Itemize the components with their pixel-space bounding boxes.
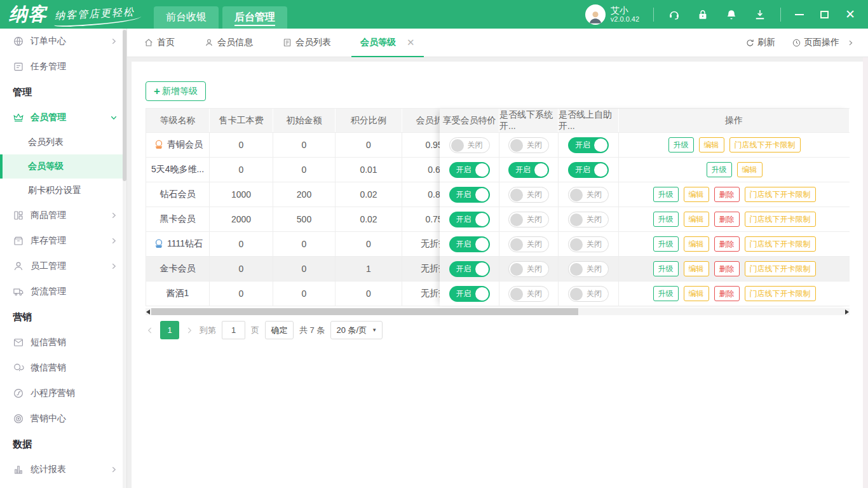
actions-cell: 升级编辑	[619, 158, 850, 182]
store-offline-card-limit-button[interactable]: 门店线下开卡限制	[745, 212, 816, 227]
upgrade-button[interactable]: 升级	[653, 261, 679, 276]
level-name: 青铜会员	[167, 139, 203, 151]
edit-button[interactable]: 编辑	[684, 261, 709, 276]
page-size-select[interactable]: 20 条/页 ▼	[330, 321, 383, 339]
edit-button[interactable]: 编辑	[737, 162, 763, 177]
user-profile[interactable]: 艾小 v2.0.0.42	[585, 4, 639, 25]
page-operations-button[interactable]: 页面操作	[792, 37, 854, 48]
sidebar-scrollbar-thumb[interactable]	[123, 30, 126, 181]
delete-button[interactable]: 删除	[714, 212, 740, 227]
edit-button[interactable]: 编辑	[699, 137, 724, 152]
toggle-on-switch[interactable]: 开启	[508, 162, 549, 178]
value-cell: 200	[273, 182, 336, 207]
toggle-off-switch[interactable]: 关闭	[508, 137, 549, 153]
sidebar: 订单中心任务管理管理会员管理会员列表会员等级刷卡积分设置商品管理库存管理员工管理…	[0, 29, 127, 488]
page-size-value: 20 条/页	[336, 325, 367, 336]
close-button[interactable]: ✕	[845, 8, 855, 20]
sidebar-subitem-card-points-setting[interactable]: 刷卡积分设置	[0, 179, 126, 203]
sidebar-item-miniprogram-marketing[interactable]: 小程序营销	[0, 381, 126, 406]
toggle-on-switch[interactable]: 开启	[449, 162, 490, 178]
store-offline-card-limit-button[interactable]: 门店线下开卡限制	[745, 187, 816, 202]
prev-page-button[interactable]	[146, 326, 154, 335]
value-cell: 1000	[210, 182, 273, 207]
delete-button[interactable]: 删除	[714, 286, 740, 301]
sidebar-item-goods-management[interactable]: 商品管理	[0, 203, 126, 228]
store-offline-card-limit-button[interactable]: 门店线下开卡限制	[745, 261, 816, 276]
window-scrollbar[interactable]	[863, 57, 868, 488]
toggle-off-switch[interactable]: 关闭	[568, 261, 609, 277]
add-level-button[interactable]: + 新增等级	[146, 81, 206, 101]
store-offline-card-limit-button[interactable]: 门店线下开卡限制	[745, 286, 816, 301]
edit-button[interactable]: 编辑	[684, 286, 709, 301]
toggle-off-switch[interactable]: 关闭	[568, 187, 609, 203]
toggle-on-switch[interactable]: 开启	[568, 162, 609, 178]
upgrade-button[interactable]: 升级	[668, 137, 694, 152]
upgrade-button[interactable]: 升级	[707, 162, 732, 177]
upgrade-button[interactable]: 升级	[653, 286, 679, 301]
level-name: 1111钻石	[167, 238, 203, 250]
toggle-on-switch[interactable]: 开启	[449, 286, 490, 302]
download-icon[interactable]	[754, 8, 766, 21]
lock-icon[interactable]	[696, 8, 709, 21]
sidebar-subitem-member-list[interactable]: 会员列表	[0, 130, 126, 154]
upgrade-button[interactable]: 升级	[653, 187, 679, 202]
toggle-on-switch[interactable]: 开启	[449, 261, 490, 277]
edit-button[interactable]: 编辑	[684, 187, 709, 202]
scroll-right-arrow[interactable]	[845, 309, 849, 315]
toggle-off-switch[interactable]: 关闭	[508, 212, 549, 227]
sidebar-item-sms-marketing[interactable]: 短信营销	[0, 330, 126, 355]
maximize-button[interactable]	[820, 11, 829, 18]
tab-member-info[interactable]: 会员信息	[204, 29, 253, 57]
sidebar-item-wechat-marketing[interactable]: 微信营销	[0, 355, 126, 381]
tab-member-level[interactable]: 会员等级✕	[360, 29, 415, 57]
scroll-left-arrow[interactable]	[146, 309, 150, 315]
toggle-on-switch[interactable]: 开启	[449, 212, 490, 227]
sidebar-item-staff-management[interactable]: 员工管理	[0, 254, 126, 279]
sidebar-item-stats-report[interactable]: 统计报表	[0, 457, 126, 482]
confirm-page-button[interactable]: 确定	[265, 321, 294, 339]
sidebar-item-inventory-management[interactable]: 库存管理	[0, 228, 126, 254]
refresh-button[interactable]: 刷新	[745, 37, 775, 48]
toggle-off-switch[interactable]: 关闭	[508, 187, 549, 203]
support-icon[interactable]	[668, 8, 681, 21]
toggle-off-switch[interactable]: 关闭	[508, 261, 549, 277]
toggle-on-switch[interactable]: 开启	[568, 137, 609, 153]
toggle-off-switch[interactable]: 关闭	[508, 286, 549, 302]
page-number-input[interactable]	[222, 321, 245, 339]
toggle-off-switch[interactable]: 关闭	[568, 286, 609, 302]
tab-member-list[interactable]: 会员列表	[282, 29, 331, 57]
toggle-off-switch[interactable]: 关闭	[449, 137, 490, 153]
upgrade-button[interactable]: 升级	[653, 236, 679, 252]
edit-button[interactable]: 编辑	[684, 236, 709, 252]
store-offline-card-limit-button[interactable]: 门店线下开卡限制	[745, 236, 816, 252]
toggle-off-switch[interactable]: 关闭	[568, 212, 609, 227]
sidebar-subitem-member-level[interactable]: 会员等级	[0, 154, 126, 179]
value-cell: 0.02	[336, 207, 402, 231]
scrollbar-thumb[interactable]	[151, 308, 578, 315]
toggle-on-switch[interactable]: 开启	[449, 236, 490, 252]
sidebar-item-order-center[interactable]: 订单中心	[0, 29, 126, 54]
minimize-button[interactable]	[795, 14, 804, 15]
toggle-off-switch[interactable]: 关闭	[508, 236, 549, 252]
tab-home[interactable]: 首页	[144, 29, 175, 57]
nav-tab-front-cashier[interactable]: 前台收银	[154, 6, 219, 29]
toggle-on-switch[interactable]: 开启	[449, 187, 490, 203]
nav-tab-backend-admin[interactable]: 后台管理	[222, 6, 287, 29]
column-header: 操作	[619, 109, 850, 132]
delete-button[interactable]: 删除	[714, 236, 740, 252]
next-page-button[interactable]	[185, 326, 194, 335]
edit-button[interactable]: 编辑	[684, 212, 709, 227]
close-tab-icon[interactable]: ✕	[407, 37, 415, 48]
sidebar-item-marketing-center[interactable]: 营销中心	[0, 406, 126, 431]
current-page-button[interactable]: 1	[160, 321, 179, 339]
sidebar-item-logistics-management[interactable]: 货流管理	[0, 279, 126, 304]
header-icons	[668, 8, 766, 21]
delete-button[interactable]: 删除	[714, 261, 740, 276]
bell-icon[interactable]	[725, 8, 738, 21]
store-offline-card-limit-button[interactable]: 门店线下开卡限制	[729, 137, 801, 152]
sidebar-item-member-management[interactable]: 会员管理	[0, 105, 126, 130]
upgrade-button[interactable]: 升级	[653, 212, 679, 227]
toggle-off-switch[interactable]: 关闭	[568, 236, 609, 252]
delete-button[interactable]: 删除	[714, 187, 740, 202]
sidebar-item-task-management[interactable]: 任务管理	[0, 54, 126, 79]
